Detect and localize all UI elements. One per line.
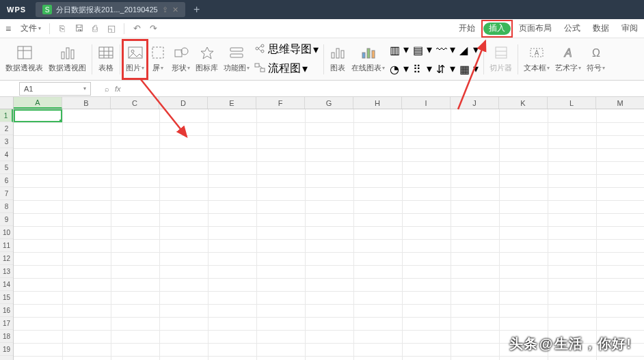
fx-label[interactable]: fx — [115, 85, 121, 93]
qat-redo-icon[interactable]: ↷ — [147, 23, 159, 35]
mindmap-button[interactable]: 思维导图▾ — [252, 41, 321, 59]
funcchart-icon — [228, 45, 245, 60]
pivot-table-button[interactable]: 数据透视表 — [3, 40, 46, 79]
chart-button[interactable]: 图表 — [327, 40, 349, 79]
insert-highlight: 插入 — [481, 20, 513, 38]
qat-open-icon[interactable]: ⎘ — [56, 23, 68, 35]
table-button[interactable]: 表格 — [95, 40, 117, 79]
column-header[interactable]: H — [353, 97, 402, 109]
qat-preview-icon[interactable]: ◱ — [105, 23, 118, 35]
zoom-icon[interactable]: ⌕ — [105, 85, 109, 93]
flowchart-button[interactable]: 流程图▾ — [252, 60, 321, 78]
textbox-button[interactable]: A 文本框▾ — [521, 40, 552, 79]
scatter-mini-button[interactable]: ⠿▾ — [411, 60, 434, 78]
qat-undo-icon[interactable]: ↶ — [131, 23, 143, 35]
select-all-corner[interactable] — [0, 97, 14, 109]
row-header[interactable]: 13 — [0, 265, 13, 278]
row-header[interactable]: 12 — [0, 252, 13, 265]
table-icon — [98, 45, 114, 60]
svg-rect-30 — [362, 53, 365, 58]
row-header[interactable]: 3 — [0, 135, 13, 148]
online-chart-button[interactable]: 在线图表▾ — [349, 40, 388, 79]
symbol-button[interactable]: Ω 符号▾ — [584, 40, 608, 79]
column-header[interactable]: I — [402, 97, 451, 109]
shapes-button[interactable]: 形状▾ — [169, 40, 193, 79]
tab-formula[interactable]: 公式 — [558, 19, 587, 38]
svg-rect-0 — [18, 46, 31, 59]
column-mini-button[interactable]: ▤▾ — [411, 41, 434, 59]
picture-button[interactable]: 图片▾ — [123, 40, 147, 79]
column-header[interactable]: A — [14, 97, 62, 109]
row-header[interactable]: 10 — [0, 226, 13, 239]
file-menu[interactable]: 文件▾ — [16, 23, 45, 34]
column-header[interactable]: L — [548, 97, 596, 109]
column-header[interactable]: B — [62, 97, 111, 109]
quick-access-row: ≡ 文件▾ ⎘ 🖫 ⎙ ◱ ↶ ↷ 开始 插入 页面布局 公式 数据 审阅 — [0, 19, 644, 38]
row-header[interactable]: 2 — [0, 122, 13, 135]
name-box[interactable]: A1▾ — [19, 82, 91, 96]
row-header[interactable]: 4 — [0, 148, 13, 161]
more-charts-button[interactable]: ▦▾ — [457, 60, 481, 78]
pivot-table-icon — [16, 45, 33, 60]
pie-mini-button[interactable]: ◔▾ — [388, 60, 411, 78]
tab-layout[interactable]: 页面布局 — [513, 19, 558, 38]
svg-rect-28 — [336, 49, 339, 58]
screenshot-button[interactable]: 屏▾ — [147, 40, 169, 79]
row-header[interactable]: 5 — [0, 161, 13, 174]
row-header[interactable]: 14 — [0, 278, 13, 291]
svg-text:A: A — [535, 49, 539, 57]
column-header[interactable]: G — [305, 97, 353, 109]
row-header[interactable]: 1 — [0, 109, 13, 122]
document-tab[interactable]: S 分日数据报表201..._20190425 ⇪ ✕ — [36, 2, 185, 17]
row-header[interactable]: 6 — [0, 174, 13, 187]
row-header[interactable]: 15 — [0, 291, 13, 304]
column-header[interactable]: M — [596, 97, 644, 109]
column-headers[interactable]: ABCDEFGHIJKLM — [14, 97, 644, 109]
qat-save-icon[interactable]: 🖫 — [72, 23, 85, 35]
formula-bar: A1▾ ⌕ fx — [0, 81, 644, 97]
wordart-button[interactable]: A 艺术字▾ — [552, 40, 584, 79]
svg-line-23 — [258, 49, 261, 51]
hamburger-icon[interactable]: ≡ — [0, 23, 16, 34]
svg-rect-3 — [62, 52, 64, 59]
row-header[interactable]: 17 — [0, 317, 13, 330]
column-header[interactable]: E — [208, 97, 256, 109]
bar-mini-button[interactable]: ▥▾ — [388, 41, 411, 59]
funcchart-button[interactable]: 功能图▾ — [221, 40, 252, 79]
svg-marker-16 — [201, 47, 213, 59]
row-header[interactable]: 7 — [0, 187, 13, 200]
row-header[interactable]: 9 — [0, 213, 13, 226]
chart-icon — [330, 45, 346, 60]
stock-mini-button[interactable]: ⇵▾ — [434, 60, 457, 78]
tab-insert[interactable]: 插入 — [483, 23, 511, 35]
column-header[interactable]: D — [159, 97, 208, 109]
iconlib-button[interactable]: 图标库 — [193, 40, 221, 79]
row-header[interactable]: 19 — [0, 343, 13, 356]
qat-print-icon[interactable]: ⎙ — [89, 23, 101, 35]
row-header[interactable]: 11 — [0, 239, 13, 252]
close-tab-icon[interactable]: ✕ — [172, 5, 178, 14]
row-headers[interactable]: 12345678910111213141516171819 — [0, 109, 14, 360]
svg-line-22 — [258, 46, 261, 49]
tab-review[interactable]: 审阅 — [615, 19, 644, 38]
area-mini-button[interactable]: ◢▾ — [457, 41, 481, 59]
tab-start[interactable]: 开始 — [453, 19, 481, 38]
pivot-chart-button[interactable]: 数据透视图 — [46, 40, 89, 79]
line-mini-button[interactable]: 〰▾ — [434, 41, 457, 59]
new-tab-button[interactable]: + — [188, 2, 206, 17]
row-header[interactable]: 16 — [0, 304, 13, 317]
bar-mini-icon: ▥ — [390, 44, 402, 56]
cells-area[interactable] — [14, 109, 644, 360]
column-header[interactable]: K — [499, 97, 548, 109]
tab-data[interactable]: 数据 — [587, 19, 615, 38]
row-header[interactable]: 8 — [0, 200, 13, 213]
pin-icon[interactable]: ⇪ — [162, 5, 168, 14]
chevron-down-icon: ▾ — [83, 85, 86, 92]
row-header[interactable]: 18 — [0, 330, 13, 343]
column-header[interactable]: F — [256, 97, 305, 109]
column-header[interactable]: C — [111, 97, 159, 109]
ribbon-tabs: 开始 插入 页面布局 公式 数据 审阅 — [453, 19, 644, 38]
spreadsheet-grid[interactable]: ABCDEFGHIJKLM 12345678910111213141516171… — [0, 97, 644, 360]
column-header[interactable]: J — [451, 97, 499, 109]
ribbon: 数据透视表 数据透视图 表格 图片▾ 屏▾ 形状▾ 图标库 功能图▾ 思维导图▾ — [0, 38, 644, 81]
